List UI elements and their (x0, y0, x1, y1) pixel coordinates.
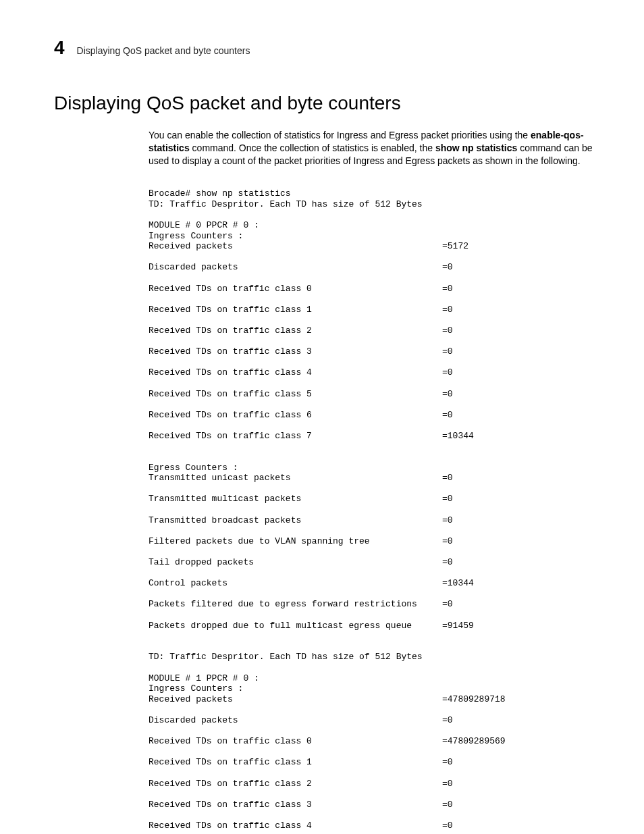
cli-output: Brocade# show np statistics TD: Traffic … (149, 178, 597, 834)
chapter-number: 4 (54, 37, 65, 59)
header-section-title: Displaying QoS packet and byte counters (77, 45, 250, 56)
page-title: Displaying QoS packet and byte counters (54, 93, 597, 114)
intro-paragraph: You can enable the collection of statist… (149, 129, 597, 167)
